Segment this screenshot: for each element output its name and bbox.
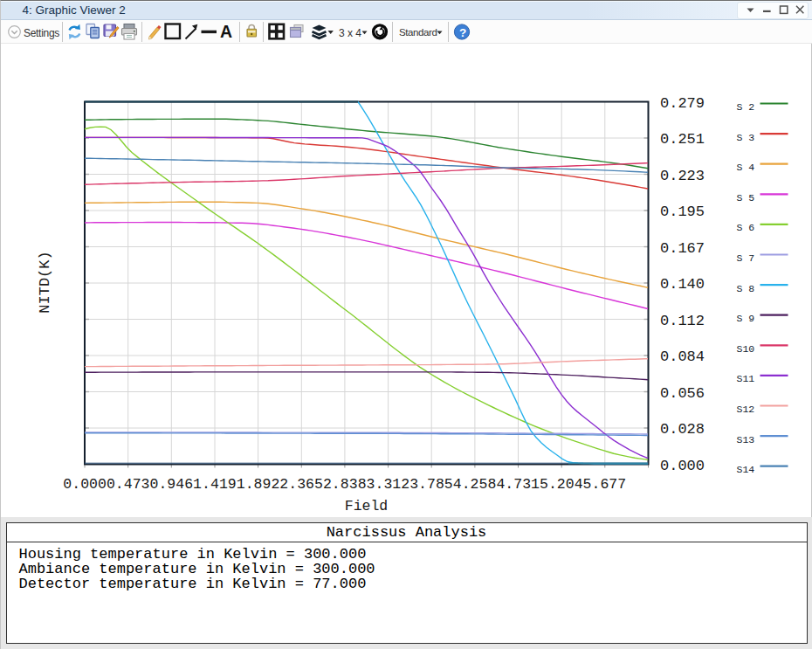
svg-text:S 4: S 4 — [737, 162, 755, 173]
svg-text:S 2: S 2 — [737, 101, 755, 113]
svg-text:S12: S12 — [737, 404, 755, 415]
svg-text:0.0000.4730.9461.4191.8922.365: 0.0000.4730.9461.4191.8922.3652.8383.312… — [63, 476, 626, 493]
svg-text:S 8: S 8 — [737, 283, 755, 294]
svg-text:0.195: 0.195 — [660, 204, 705, 220]
svg-text:S14: S14 — [737, 464, 755, 475]
svg-text:S 6: S 6 — [737, 222, 755, 233]
svg-text:A: A — [220, 22, 232, 41]
svg-text:0.028: 0.028 — [660, 421, 705, 438]
svg-text:?: ? — [459, 26, 466, 39]
svg-text:S 9: S 9 — [737, 313, 755, 324]
svg-text:S 5: S 5 — [737, 192, 755, 204]
svg-text:S 3: S 3 — [737, 132, 755, 143]
svg-text:S11: S11 — [737, 373, 755, 384]
svg-text:0.279: 0.279 — [660, 95, 705, 112]
svg-text:0.167: 0.167 — [660, 240, 705, 257]
svg-text:0.084: 0.084 — [660, 349, 705, 365]
svg-text:S13: S13 — [737, 434, 755, 445]
svg-text:0.223: 0.223 — [660, 168, 705, 184]
svg-text:0.112: 0.112 — [660, 313, 705, 329]
svg-text:S10: S10 — [737, 343, 755, 355]
svg-text:S 7: S 7 — [737, 252, 755, 264]
svg-text:NITD(K): NITD(K) — [37, 251, 53, 313]
svg-text:0.251: 0.251 — [660, 131, 705, 148]
svg-text:0.056: 0.056 — [660, 385, 705, 402]
svg-text:0.000: 0.000 — [660, 458, 705, 474]
svg-text:0.140: 0.140 — [660, 276, 705, 293]
svg-text:Field: Field — [345, 498, 389, 514]
